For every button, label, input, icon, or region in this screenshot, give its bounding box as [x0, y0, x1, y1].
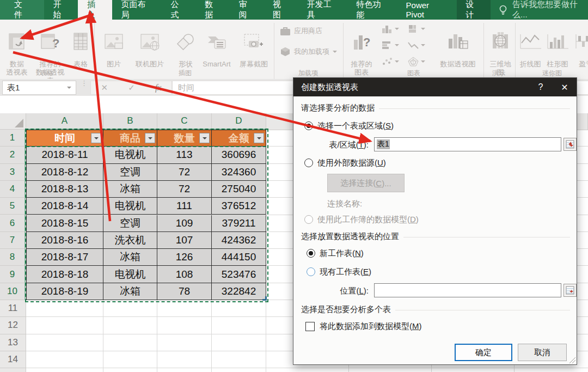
column-header-b[interactable]: B: [103, 113, 157, 130]
tab-insert[interactable]: 插入: [78, 0, 112, 20]
cell[interactable]: 72: [157, 164, 212, 181]
radio-new-worksheet[interactable]: [307, 249, 315, 258]
row-header-6[interactable]: 6: [0, 215, 26, 231]
cell[interactable]: 379211: [212, 215, 266, 232]
row-header-7[interactable]: 7: [0, 232, 26, 249]
filter-dropdown-icon[interactable]: [145, 133, 155, 143]
filter-dropdown-icon[interactable]: [199, 133, 210, 143]
tab-page-layout[interactable]: 页面布局: [112, 0, 162, 20]
smartart-button[interactable]: SmartArt: [198, 22, 235, 76]
row-header-2[interactable]: 2: [0, 147, 26, 163]
formula-bar-drag-handle[interactable]: ⋮: [81, 81, 88, 85]
cell[interactable]: 2018-8-11: [26, 147, 103, 163]
radio-select-table-range[interactable]: [304, 121, 313, 130]
filter-dropdown-icon[interactable]: [91, 133, 101, 143]
insert-function-icon[interactable]: fx: [155, 83, 162, 93]
cell[interactable]: 电视机: [103, 198, 157, 215]
help-icon[interactable]: ?: [529, 78, 553, 96]
recommended-charts-button[interactable]: ? 推荐的 图表: [346, 22, 377, 84]
table-resize-handle[interactable]: [262, 296, 267, 301]
radio-external-source[interactable]: [304, 158, 313, 167]
online-pictures-button[interactable]: 联机图片: [128, 22, 171, 76]
radio-existing-worksheet[interactable]: [307, 267, 315, 276]
header-cell-quantity[interactable]: 数量: [157, 130, 212, 147]
insert-radar-chart-button[interactable]: [407, 57, 425, 66]
tab-power-pivot[interactable]: Power Pivot: [397, 0, 457, 20]
tab-formulas[interactable]: 公式: [162, 0, 196, 20]
tab-special-features[interactable]: 特色功能: [347, 0, 397, 20]
range-picker-icon[interactable]: [564, 284, 577, 297]
cell[interactable]: 78: [157, 283, 212, 300]
line-sparkline-button[interactable]: 折线图: [517, 22, 543, 76]
cell[interactable]: 523476: [212, 266, 266, 283]
insert-line-chart-button[interactable]: [407, 40, 425, 50]
dialog-title-bar[interactable]: 创建数据透视表 ? ✕: [293, 78, 577, 96]
cell[interactable]: 2018-8-18: [26, 266, 103, 283]
close-icon[interactable]: ✕: [553, 78, 577, 96]
cell[interactable]: 108: [157, 266, 212, 283]
ok-button[interactable]: 确定: [455, 344, 512, 361]
tab-developer[interactable]: 开发工具: [298, 0, 347, 20]
cell[interactable]: 2018-8-16: [26, 232, 103, 249]
row-header-14[interactable]: 14: [0, 351, 26, 368]
cell[interactable]: 2018-8-14: [26, 198, 103, 215]
cell[interactable]: 空调: [103, 164, 157, 181]
cell[interactable]: 324360: [212, 164, 266, 181]
cell[interactable]: 电视机: [103, 147, 157, 163]
cell[interactable]: 107: [157, 232, 212, 249]
tab-data[interactable]: 数据: [195, 0, 230, 20]
column-header-a[interactable]: A: [26, 113, 103, 130]
tab-home[interactable]: 开始: [44, 0, 78, 20]
cell[interactable]: 2018-8-17: [26, 249, 103, 266]
column-sparkline-button[interactable]: 柱形图: [544, 22, 571, 76]
store-button[interactable]: 应用商店: [280, 26, 322, 36]
cell[interactable]: 2018-8-15: [26, 215, 103, 232]
choose-connection-button[interactable]: 选择连接(C)...: [327, 174, 405, 192]
range-picker-icon[interactable]: [564, 138, 577, 151]
table-button[interactable]: 表格: [68, 22, 94, 76]
cancel-icon[interactable]: ✕: [101, 83, 108, 93]
cell[interactable]: 电视机: [103, 266, 157, 283]
cell[interactable]: 322842: [212, 283, 266, 300]
tab-view[interactable]: 视图: [264, 0, 298, 20]
cell[interactable]: 72: [157, 181, 212, 198]
dialog-resize-grip[interactable]: [568, 356, 575, 363]
tab-file[interactable]: 文件: [0, 0, 44, 20]
cell[interactable]: 360696: [212, 147, 266, 163]
cell[interactable]: 376512: [212, 198, 266, 215]
row-header-1[interactable]: 1: [0, 130, 26, 147]
row-header-12[interactable]: 12: [0, 317, 26, 334]
pictures-button[interactable]: 图片: [99, 22, 128, 76]
cell[interactable]: 2018-8-12: [26, 164, 103, 181]
row-header-5[interactable]: 5: [0, 198, 26, 215]
location-input[interactable]: [374, 283, 561, 297]
row-header-10[interactable]: 10: [0, 283, 26, 300]
filter-dropdown-icon[interactable]: [254, 133, 264, 143]
tell-me-box[interactable]: 告诉我您想要做什么...: [491, 0, 588, 20]
cell[interactable]: 424362: [212, 232, 266, 249]
cell[interactable]: 空调: [103, 215, 157, 232]
tab-review[interactable]: 审阅: [230, 0, 264, 20]
enter-icon[interactable]: ✓: [128, 83, 135, 93]
table-range-input[interactable]: 表1: [374, 137, 561, 151]
row-header-9[interactable]: 9: [0, 266, 26, 283]
insert-column-chart-button[interactable]: [381, 24, 399, 34]
column-header-d[interactable]: D: [212, 113, 266, 130]
column-header-c[interactable]: C: [157, 113, 212, 130]
row-header-4[interactable]: 4: [0, 181, 26, 198]
cell[interactable]: 2018-8-13: [26, 181, 103, 198]
winloss-sparkline-button[interactable]: 盈亏: [573, 22, 588, 76]
cell[interactable]: 126: [157, 249, 212, 266]
cell[interactable]: 111: [157, 198, 212, 215]
cell[interactable]: 冰箱: [103, 249, 157, 266]
cell[interactable]: 275040: [212, 181, 266, 198]
name-box-dropdown-icon[interactable]: [67, 87, 71, 89]
cell[interactable]: 洗衣机: [103, 232, 157, 249]
screenshot-button[interactable]: 屏幕截图: [235, 22, 272, 84]
row-header-8[interactable]: 8: [0, 249, 26, 266]
header-cell-time[interactable]: 时间: [26, 130, 103, 147]
cell[interactable]: 冰箱: [103, 181, 157, 198]
name-box[interactable]: 表1: [2, 81, 76, 95]
insert-bar-chart-button[interactable]: [381, 40, 399, 50]
row-header-3[interactable]: 3: [0, 164, 26, 181]
